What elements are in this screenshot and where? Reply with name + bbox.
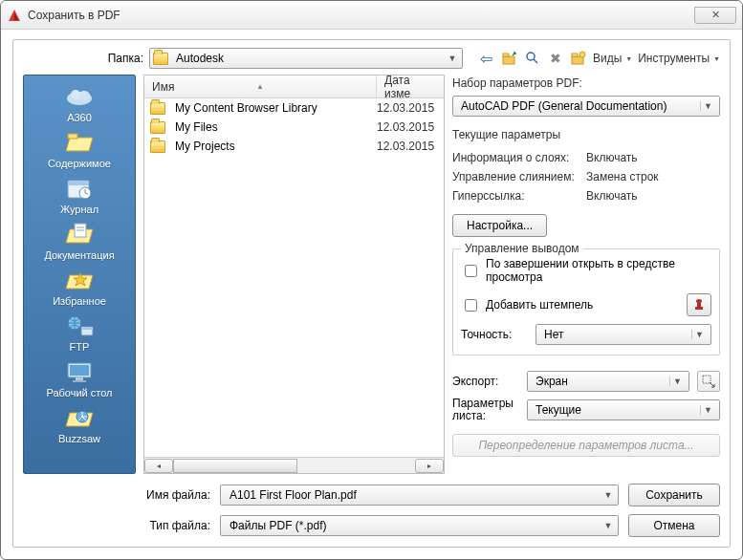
- new-folder-icon[interactable]: [570, 50, 587, 67]
- svg-rect-27: [70, 365, 89, 376]
- svg-rect-28: [76, 377, 83, 380]
- place-docs[interactable]: Документация: [24, 219, 135, 263]
- pdf-options-panel: Набор параметров PDF: AutoCAD PDF (Gener…: [452, 75, 720, 474]
- chevron-down-icon: ▼: [601, 521, 615, 530]
- preset-dropdown[interactable]: AutoCAD PDF (General Documentation) ▼: [452, 96, 720, 117]
- svg-rect-2: [503, 56, 514, 64]
- export-label: Экспорт:: [452, 375, 519, 388]
- output-group-label: Управление выводом: [461, 242, 583, 255]
- list-item[interactable]: My Projects 12.03.2015: [144, 137, 444, 156]
- svg-rect-35: [703, 376, 710, 383]
- folder-icon: [150, 102, 165, 115]
- output-groupbox: Управление выводом По завершении открыть…: [452, 248, 720, 355]
- svg-marker-12: [66, 138, 93, 151]
- svg-rect-29: [73, 380, 86, 382]
- col-header-date[interactable]: Дата изме: [377, 75, 444, 97]
- list-item[interactable]: My Content Browser Library 12.03.2015: [144, 98, 444, 118]
- col-header-name[interactable]: Имя ▲: [144, 75, 377, 97]
- preset-label: Набор параметров PDF:: [452, 76, 720, 90]
- export-dropdown[interactable]: Экран ▼: [527, 371, 689, 392]
- filename-label: Имя файла:: [143, 488, 210, 502]
- precision-dropdown[interactable]: Нет ▼: [535, 324, 711, 345]
- open-after-checkbox[interactable]: [465, 265, 477, 277]
- svg-point-34: [696, 299, 702, 303]
- place-history[interactable]: Журнал: [24, 173, 135, 217]
- scroll-right-icon[interactable]: ▸: [415, 459, 444, 473]
- chevron-down-icon: ▼: [669, 377, 685, 386]
- desktop-icon: [63, 358, 96, 385]
- svg-rect-7: [572, 54, 578, 56]
- place-ftp[interactable]: FTP: [24, 311, 135, 355]
- window-title: Сохранить в PDF: [28, 9, 120, 22]
- folder-combo[interactable]: Autodesk ▼: [149, 48, 463, 69]
- svg-point-11: [78, 91, 90, 100]
- chevron-down-icon: ▼: [700, 101, 715, 111]
- back-icon[interactable]: ⇦: [478, 50, 495, 67]
- delete-icon[interactable]: ✖: [547, 50, 564, 67]
- svg-rect-32: [695, 307, 703, 310]
- settings-button[interactable]: Настройка...: [452, 214, 547, 237]
- file-list-header: Имя ▲ Дата изме: [144, 75, 444, 98]
- filename-combo[interactable]: A101 First Floor Plan.pdf ▼: [220, 485, 619, 506]
- place-buzzsaw[interactable]: Buzzsaw: [24, 402, 135, 446]
- chevron-down-icon: ▼: [601, 490, 615, 500]
- folder-docs-icon: [63, 221, 96, 248]
- buzzsaw-icon: [63, 404, 96, 431]
- chevron-down-icon: ▼: [700, 405, 715, 415]
- folder-star-icon: [63, 267, 96, 293]
- sort-asc-icon: ▲: [256, 82, 264, 91]
- folder-label: Папка:: [98, 52, 143, 65]
- list-item[interactable]: My Files 12.03.2015: [144, 118, 444, 137]
- history-icon: [63, 175, 96, 202]
- svg-rect-25: [81, 327, 93, 330]
- app-icon: [7, 8, 22, 23]
- window-close-button[interactable]: ✕: [694, 7, 736, 24]
- horizontal-scrollbar[interactable]: ◂ ▸: [144, 457, 444, 473]
- select-window-button[interactable]: [697, 371, 720, 392]
- sheet-label: Параметры листа:: [452, 398, 519, 422]
- add-stamp-checkbox[interactable]: [465, 299, 477, 312]
- precision-label: Точность:: [461, 328, 528, 341]
- svg-line-5: [534, 59, 537, 63]
- search-icon[interactable]: [524, 50, 541, 67]
- up-folder-icon[interactable]: [501, 50, 518, 67]
- cancel-button[interactable]: Отмена: [628, 514, 720, 537]
- place-content[interactable]: Содержимое: [24, 127, 135, 171]
- scroll-left-icon[interactable]: ◂: [144, 459, 173, 473]
- svg-point-4: [527, 53, 535, 60]
- ftp-icon: [63, 312, 96, 339]
- sheet-dropdown[interactable]: Текущие ▼: [527, 399, 720, 420]
- svg-rect-13: [68, 134, 77, 139]
- file-list: Имя ▲ Дата изме My Content Browser Libra…: [143, 75, 445, 474]
- filetype-combo[interactable]: Файлы PDF (*.pdf) ▼: [220, 515, 619, 536]
- open-after-check-row[interactable]: По завершении открыть в средстве просмот…: [461, 257, 711, 284]
- views-menu[interactable]: Виды▼: [593, 52, 632, 65]
- filetype-label: Тип файла:: [143, 519, 210, 532]
- folder-icon: [153, 53, 168, 65]
- place-a360[interactable]: A360: [24, 81, 135, 125]
- folder-icon: [150, 140, 165, 153]
- place-favorites[interactable]: Избранное: [24, 265, 135, 309]
- svg-point-8: [579, 52, 585, 57]
- svg-rect-15: [68, 181, 89, 185]
- stamp-icon: [692, 298, 706, 312]
- place-desktop[interactable]: Рабочий стол: [24, 356, 135, 400]
- select-window-icon: [702, 375, 715, 388]
- folder-value: Autodesk: [172, 52, 446, 65]
- folder-open-icon: [63, 129, 96, 156]
- svg-rect-3: [503, 54, 509, 56]
- save-as-pdf-dialog: Сохранить в PDF ✕ Папка: Autodesk ▼ ⇦: [0, 0, 743, 560]
- add-stamp-check-row[interactable]: Добавить штемпель: [461, 296, 593, 314]
- places-bar: A360 Содержимое Журнал Документация: [23, 75, 136, 474]
- titlebar: Сохранить в PDF ✕: [1, 1, 742, 30]
- current-params-label: Текущие параметры: [452, 128, 720, 141]
- chevron-down-icon: ▼: [691, 330, 707, 339]
- folder-icon: [150, 121, 165, 134]
- stamp-settings-button[interactable]: [687, 293, 711, 316]
- scroll-thumb[interactable]: [173, 459, 297, 473]
- page-setup-override-button: Переопределение параметров листа...: [452, 434, 720, 457]
- chevron-down-icon: ▼: [446, 54, 459, 63]
- cloud-a360-icon: [63, 83, 96, 110]
- tools-menu[interactable]: Инструменты▼: [638, 52, 720, 65]
- save-button[interactable]: Сохранить: [628, 484, 720, 506]
